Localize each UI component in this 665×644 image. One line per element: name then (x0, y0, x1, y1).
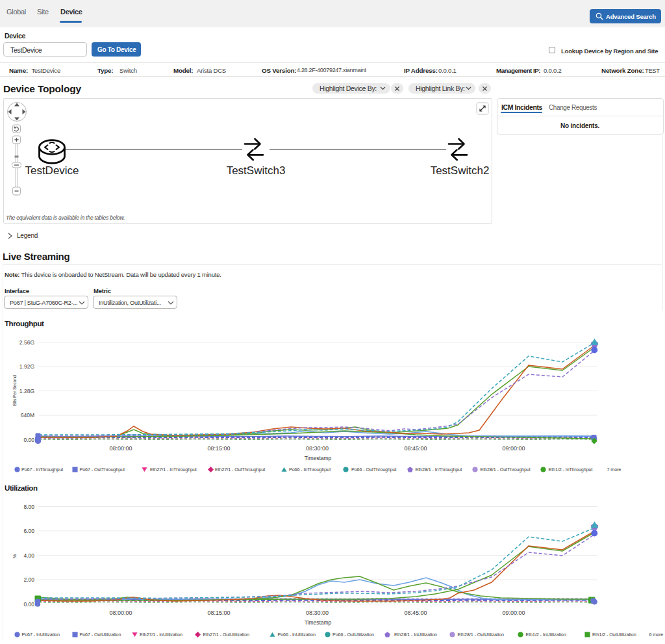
svg-text:1.28G: 1.28G (19, 388, 34, 394)
svg-text:Timestamp: Timestamp (305, 455, 332, 461)
svg-text:4.00: 4.00 (23, 552, 34, 559)
svg-text:08:00:00: 08:00:00 (109, 445, 132, 452)
svg-text:%: % (12, 554, 18, 558)
svg-text:Timestamp: Timestamp (305, 619, 332, 626)
svg-text:08:45:00: 08:45:00 (404, 610, 427, 616)
svg-text:08:30:00: 08:30:00 (306, 610, 329, 616)
svg-text:0.00: 0.00 (23, 437, 34, 443)
svg-text:08:15:00: 08:15:00 (207, 610, 230, 616)
svg-text:TestSwitch3: TestSwitch3 (227, 164, 286, 177)
svg-text:Bits Per Second: Bits Per Second (12, 375, 17, 406)
svg-text:08:00:00: 08:00:00 (109, 610, 132, 616)
svg-text:640M: 640M (21, 412, 34, 419)
svg-text:08:15:00: 08:15:00 (207, 445, 230, 452)
svg-text:2.56G: 2.56G (19, 339, 34, 346)
svg-text:09:00:00: 09:00:00 (502, 610, 525, 616)
svg-text:2.00: 2.00 (23, 576, 34, 583)
svg-text:08:30:00: 08:30:00 (306, 445, 329, 452)
svg-text:08:45:00: 08:45:00 (404, 445, 427, 452)
svg-text:1.92G: 1.92G (19, 363, 34, 370)
svg-text:8.00: 8.00 (23, 504, 34, 510)
svg-text:09:00:00: 09:00:00 (502, 445, 525, 452)
svg-text:6.00: 6.00 (23, 528, 34, 534)
svg-text:0.00: 0.00 (23, 601, 34, 608)
svg-text:TestDevice: TestDevice (25, 164, 79, 177)
svg-text:TestSwitch2: TestSwitch2 (431, 164, 490, 177)
